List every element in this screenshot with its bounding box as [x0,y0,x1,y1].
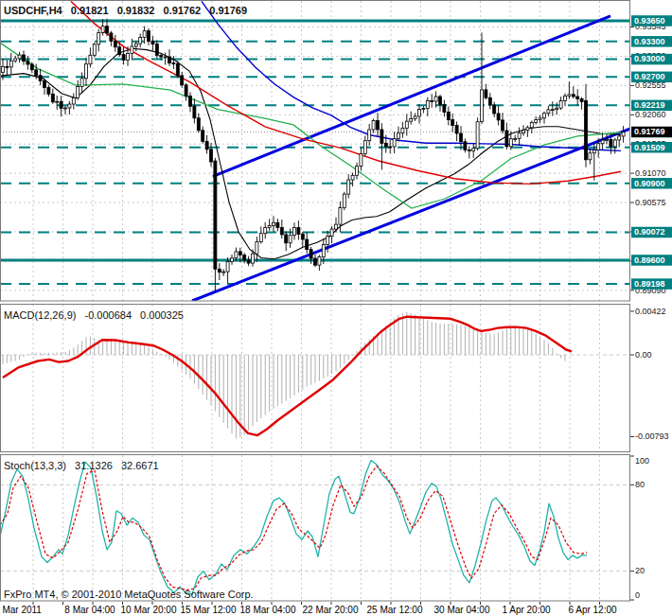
candle-body [210,150,213,162]
candle-body [422,108,425,109]
candle-body [434,97,437,101]
candle-body [530,122,533,127]
candle-body [243,255,246,260]
candle-body [18,55,21,59]
candle-body [551,110,554,111]
candle-body [414,116,416,119]
candle-body [393,138,396,147]
macd-name: MACD(12,26,9) [4,309,76,321]
candle-body [431,100,433,101]
candle-body [360,154,363,167]
candle-body [214,161,217,269]
candle-body [314,258,317,265]
candle-body [351,175,354,180]
candle-body [297,227,300,234]
macd-value: -0.000684 [84,309,132,321]
candle-body [202,131,204,142]
candle-body [468,150,470,150]
candle-body [189,96,192,106]
candle-body [580,98,583,101]
candle-body [30,64,33,70]
candle-body [181,76,184,85]
candle-body [306,239,309,250]
candle-body [502,120,504,131]
candle-body [139,38,142,44]
candle-body [64,108,67,109]
candle-body [148,31,150,42]
candle-body [377,120,380,129]
stoch-name: Stoch(13,3,3) [4,460,66,471]
candle-body [85,64,88,79]
candle-body [613,140,616,147]
candle-body [622,132,625,135]
price-badge: 0.93300 [634,37,665,46]
candle-body [372,120,375,130]
candle-body [168,57,171,63]
main-panel[interactable] [0,1,630,301]
candle-body [231,258,234,262]
candle-body [335,224,338,229]
candle-body [572,95,575,97]
candle-body [339,208,342,225]
macd-scale-label: -0.00793 [635,431,669,441]
candle-body [343,194,345,207]
candle-body [143,31,146,38]
candle-body [68,104,71,108]
candle-body [518,133,521,139]
stoch-scale-label: 80 [635,480,645,489]
time-axis-label: 10 Mar 20:00 [121,605,177,615]
candle-body [418,110,421,116]
candle-body [514,138,517,139]
candle-body [451,120,454,126]
candle-body [172,63,175,64]
candle-body [155,44,158,55]
candle-body [318,256,321,265]
mt4-chart-window[interactable]: 0.935450.930500.925550.920600.915650.910… [0,0,672,616]
candle-body [239,252,241,255]
stoch-panel[interactable] [0,455,630,601]
candle-body [522,131,525,133]
candle-body [356,167,359,176]
copyright-text: FxPro MT4, © 2001-2010 MetaQuotes Softwa… [4,589,254,600]
candle-body [535,119,538,122]
candle-body [122,55,125,61]
candle-body [35,70,38,76]
candle-body [276,222,279,227]
ohlc-low: 0.91762 [163,5,201,16]
price-badge: 0.90072 [634,227,665,237]
candle-body [505,131,508,147]
candle-body [493,105,496,114]
candle-body [47,88,50,95]
price-tick-label: 0.90575 [635,198,666,207]
chart-canvas[interactable]: 0.935450.930500.925550.920600.915650.910… [0,0,672,616]
candle-body [56,101,59,102]
candle-body [539,118,541,120]
price-badge: 0.93650 [634,16,665,26]
time-axis-label: 25 Mar 12:00 [367,605,423,615]
candle-body [606,139,609,140]
macd-panel[interactable] [0,305,630,451]
candle-body [564,96,567,100]
candle-body [77,87,80,98]
candle-body [327,237,329,245]
macd-indicator-label: MACD(12,26,9) -0.000684 0.000325 [4,309,189,321]
candle-body [405,121,408,128]
candle-body [6,66,9,67]
candle-body [330,229,333,237]
candle-body [252,254,255,263]
candle-body [559,100,562,108]
candle-body [464,142,467,150]
candle-body [106,26,109,33]
time-axis-label: 1 Apr 20:00 [502,605,551,615]
candle-body [488,97,491,105]
candle-body [118,47,121,55]
candle-body [80,79,83,87]
price-badge: 0.90900 [634,179,665,188]
candle-body [618,136,621,140]
candle-body [585,100,588,159]
candle-body [384,143,387,147]
candle-body [410,119,413,122]
candle-body [2,66,5,72]
candle-body [309,250,312,258]
stoch-k-value: 31.1326 [75,460,113,471]
